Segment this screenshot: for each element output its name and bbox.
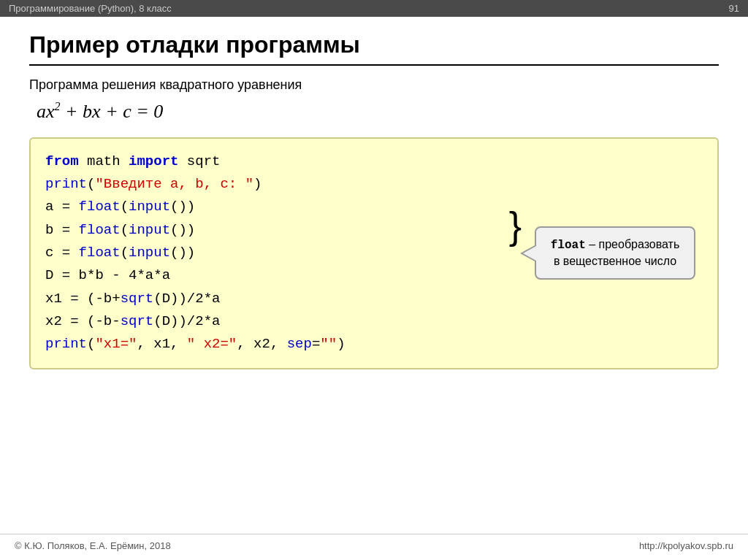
code-block: from math import sqrt print("Введите a, …	[29, 137, 719, 369]
subject-label: Программирование (Python), 8 класс	[9, 3, 172, 14]
fn-sqrt-1: sqrt	[121, 291, 154, 307]
fn-input-c: input	[129, 245, 170, 261]
code-line-7: x1 = (-b+sqrt(D))/2*a	[45, 288, 703, 310]
fn-input-a: input	[129, 199, 170, 215]
formula-text: ax2 + bx + c = 0	[37, 100, 163, 123]
fn-input-b: input	[129, 222, 170, 238]
footer-right: http://kpolyakov.spb.ru	[639, 540, 733, 551]
code-line-9: print("x1=", x1, " x2=", x2, sep="")	[45, 333, 703, 356]
title-divider	[29, 64, 719, 66]
subtitle: Программа решения квадратного уравнения	[29, 77, 719, 93]
callout-mono: float	[551, 239, 586, 252]
code-line-3: a = float(input())	[45, 196, 703, 218]
code-line-8: x2 = (-b-sqrt(D))/2*a	[45, 310, 703, 333]
code-line-2: print("Введите a, b, c: ")	[45, 173, 703, 196]
str-sep: ""	[320, 336, 337, 352]
main-content: Пример отладки программы Программа решен…	[0, 17, 748, 399]
callout-box: float – преобразовать в вещественное чис…	[535, 226, 695, 280]
kw-sep: sep	[287, 336, 312, 352]
str-x1: "x1="	[95, 336, 137, 352]
code-line-1: from math import sqrt	[45, 150, 703, 173]
slide-title: Пример отладки программы	[29, 31, 719, 58]
str-x2: " x2="	[187, 336, 237, 352]
fn-print-result: print	[45, 336, 87, 352]
footer-left: © К.Ю. Поляков, Е.А. Ерёмин, 2018	[15, 540, 171, 551]
kw-import: import	[129, 153, 178, 169]
page-number: 91	[729, 3, 739, 14]
fn-print: print	[45, 176, 87, 192]
top-bar: Программирование (Python), 8 класс 91	[0, 0, 748, 17]
str-input-prompt: "Введите a, b, c: "	[95, 176, 253, 192]
fn-float-a: float	[79, 199, 121, 215]
kw-from: from	[45, 153, 79, 169]
footer: © К.Ю. Поляков, Е.А. Ерёмин, 2018 http:/…	[0, 534, 748, 551]
formula: ax2 + bx + c = 0	[37, 100, 719, 123]
fn-float-b: float	[79, 222, 121, 238]
brace-group: }	[509, 207, 522, 245]
fn-float-c: float	[79, 245, 121, 261]
fn-sqrt-2: sqrt	[121, 313, 154, 329]
